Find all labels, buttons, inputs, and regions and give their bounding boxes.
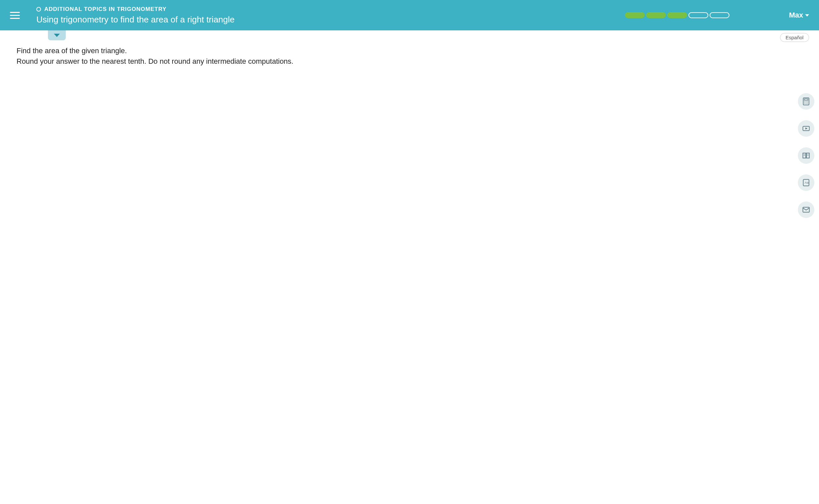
- breadcrumb-bullet-icon: [36, 7, 41, 12]
- breadcrumb-text: ADDITIONAL TOPICS IN TRIGONOMETRY: [44, 6, 167, 13]
- progress-segment: [625, 12, 645, 18]
- chevron-down-icon: [805, 14, 809, 17]
- sub-header-row: Español: [0, 30, 819, 44]
- progress-segment: [710, 12, 729, 18]
- language-button[interactable]: Español: [780, 33, 809, 42]
- progress-segment: [667, 12, 687, 18]
- page-title: Using trigonometry to find the area of a…: [36, 15, 625, 25]
- progress-bar: [625, 12, 729, 18]
- menu-button[interactable]: [7, 7, 23, 23]
- app-header: ADDITIONAL TOPICS IN TRIGONOMETRY Using …: [0, 0, 819, 30]
- user-name: Max: [789, 11, 803, 19]
- problem-line: Find the area of the given triangle.: [17, 46, 802, 56]
- progress-segment: [646, 12, 666, 18]
- problem-line: Round your answer to the nearest tenth. …: [17, 56, 802, 67]
- dropdown-tab[interactable]: [48, 30, 66, 40]
- breadcrumb: ADDITIONAL TOPICS IN TRIGONOMETRY: [36, 6, 625, 13]
- user-menu[interactable]: Max: [789, 11, 809, 19]
- chevron-down-icon: [54, 34, 60, 37]
- header-titles: ADDITIONAL TOPICS IN TRIGONOMETRY Using …: [36, 6, 625, 25]
- progress-segment: [689, 12, 708, 18]
- problem-statement: Find the area of the given triangle. Rou…: [0, 44, 819, 67]
